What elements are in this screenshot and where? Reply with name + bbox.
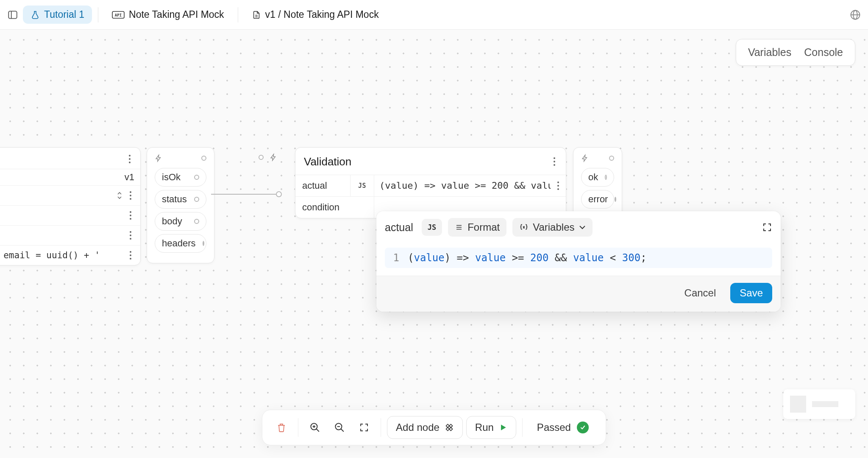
port-dot[interactable] (605, 175, 607, 180)
kebab-icon[interactable] (551, 154, 558, 169)
kebab-icon[interactable] (127, 228, 134, 243)
kebab-icon[interactable] (551, 175, 566, 196)
port-label: body (162, 216, 182, 227)
flask-icon (31, 10, 40, 20)
kebab-icon[interactable] (126, 152, 134, 166)
result-outputs-node[interactable]: ok error (573, 147, 622, 219)
output-port-error[interactable]: error (581, 190, 614, 209)
port-dot[interactable] (609, 156, 614, 161)
port-dot[interactable] (201, 156, 206, 161)
code-editor[interactable]: 1 (value) => value >= 200 && value < 300… (376, 243, 781, 276)
separator (522, 418, 523, 437)
globe-icon[interactable] (849, 9, 861, 21)
bolt-icon (581, 154, 589, 163)
status-label: Passed (537, 422, 571, 433)
brand-logo-placeholder (790, 396, 806, 413)
node-title: Validation (304, 155, 351, 168)
bolt-icon (270, 153, 277, 162)
svg-point-16 (130, 215, 131, 216)
svg-point-25 (554, 157, 555, 159)
svg-point-13 (130, 195, 131, 196)
variables-label: Variables (533, 221, 574, 233)
svg-point-30 (557, 188, 559, 190)
tab-separator (238, 7, 238, 22)
validation-row-actual[interactable]: actual JS (value) => value >= 200 && val… (295, 175, 566, 196)
svg-point-29 (557, 185, 559, 187)
svg-point-26 (554, 161, 555, 162)
format-label: Format (467, 221, 500, 233)
tab-note-api-mock[interactable]: API Note Taking API Mock (104, 6, 232, 24)
outputs-node[interactable]: isOk status body headers (147, 147, 214, 263)
output-port-ok[interactable]: ok (581, 168, 614, 187)
diamond-icon (445, 423, 454, 432)
run-label: Run (475, 422, 494, 433)
zoom-out-button[interactable] (329, 417, 350, 438)
delete-button[interactable] (271, 417, 292, 438)
add-node-button[interactable]: Add node (387, 416, 463, 439)
port-label: headers (162, 238, 196, 249)
fit-view-button[interactable] (353, 417, 375, 438)
output-port-headers[interactable]: headers (155, 234, 206, 253)
port-dot[interactable] (194, 197, 199, 202)
code-line[interactable]: (value) => value >= 200 && value < 300; (408, 252, 647, 264)
svg-point-14 (130, 198, 131, 200)
validation-input-port[interactable] (259, 153, 277, 162)
tab-label: Tutorial 1 (44, 9, 84, 20)
api-icon: API (112, 10, 125, 20)
brand-text-placeholder (812, 401, 838, 407)
svg-point-18 (130, 231, 131, 233)
code-snippet: onst email = uuid() + ' (0, 250, 100, 260)
variables-button[interactable]: Variables (748, 46, 791, 59)
run-button[interactable]: Run (466, 416, 516, 439)
svg-text:API: API (115, 13, 122, 17)
node-version-label: v1 (125, 172, 134, 183)
port-dot[interactable] (203, 241, 204, 246)
svg-point-17 (130, 218, 131, 220)
chevron-down-icon (579, 225, 586, 230)
svg-point-9 (129, 155, 131, 156)
row-label: actual (295, 175, 351, 196)
row-expression[interactable]: (value) => value >= 200 && valu (374, 175, 551, 196)
console-button[interactable]: Console (804, 46, 843, 59)
add-node-label: Add node (396, 422, 440, 433)
expand-icon[interactable] (762, 222, 772, 232)
svg-point-15 (130, 211, 131, 213)
zoom-in-button[interactable] (304, 417, 326, 438)
port-dot[interactable] (259, 155, 264, 160)
stepper-icon[interactable] (117, 192, 122, 199)
kebab-icon[interactable] (127, 248, 134, 263)
line-number: 1 (391, 252, 399, 264)
format-button[interactable]: Format (448, 218, 506, 237)
tab-tutorial-1[interactable]: Tutorial 1 (23, 6, 92, 24)
editor-footer: Cancel Save (376, 276, 781, 312)
port-label: ok (588, 172, 598, 183)
header-tabs: Tutorial 1 API Note Taking API Mock v1 /… (0, 0, 868, 30)
svg-rect-0 (8, 11, 17, 18)
port-label: error (588, 194, 608, 205)
tab-label: v1 / Note Taking API Mock (265, 9, 379, 20)
upstream-node-partial[interactable]: k v1 n onst email = uuid() + ' (0, 147, 141, 265)
js-mode-button[interactable]: JS (422, 219, 442, 236)
braces-x-icon (519, 223, 529, 232)
kebab-icon[interactable] (127, 188, 134, 203)
svg-point-23 (130, 258, 131, 260)
cancel-button[interactable]: Cancel (677, 283, 724, 303)
output-port-isok[interactable]: isOk (155, 168, 206, 187)
output-port-status[interactable]: status (155, 190, 206, 209)
kebab-icon[interactable] (127, 208, 134, 223)
toggle-sidebar-icon[interactable] (7, 9, 19, 21)
port-dot[interactable] (194, 219, 199, 224)
bolt-icon (155, 154, 162, 163)
variables-dropdown[interactable]: Variables (512, 218, 592, 237)
row-label: condition (295, 197, 374, 218)
svg-point-12 (130, 191, 131, 193)
port-dot[interactable] (194, 175, 199, 180)
svg-point-28 (557, 182, 559, 183)
run-status: Passed (529, 416, 597, 438)
validation-node[interactable]: Validation actual JS (value) => value >=… (295, 147, 566, 218)
port-dot[interactable] (615, 197, 616, 202)
tab-v1-note-api-mock[interactable]: v1 / Note Taking API Mock (244, 6, 387, 24)
save-button[interactable]: Save (730, 283, 772, 303)
separator (381, 418, 381, 437)
output-port-body[interactable]: body (155, 212, 206, 231)
